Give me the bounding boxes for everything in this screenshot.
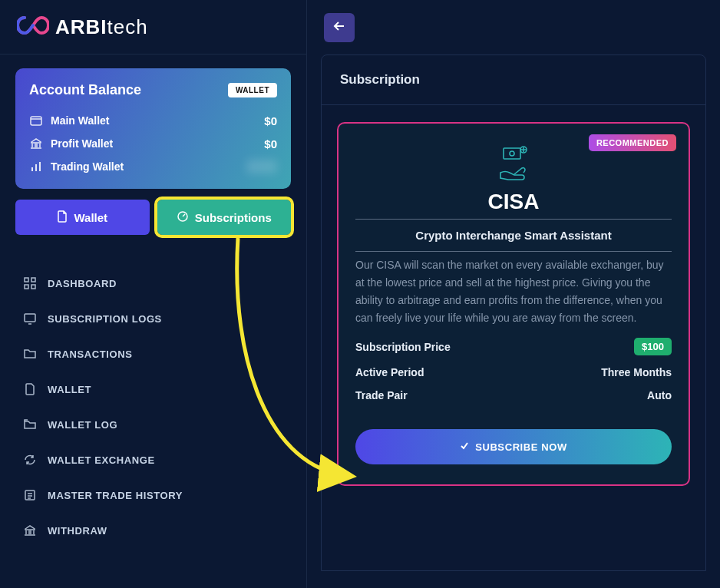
plan-price-row: Subscription Price $100 <box>355 338 672 355</box>
svg-rect-2 <box>25 278 28 282</box>
balance-row-profit: Profit Wallet $0 <box>29 132 277 155</box>
balance-title: Account Balance <box>29 82 141 98</box>
sidebar-item-master-trade-history[interactable]: MASTER TRADE HISTORY <box>15 477 291 513</box>
list-icon <box>23 488 37 502</box>
wallet-button[interactable]: Wallet <box>15 200 150 235</box>
folder-icon <box>23 347 37 361</box>
gauge-icon <box>177 210 189 225</box>
content-panel: Subscription RECOMMENDED CISA Crypto Int… <box>321 55 706 571</box>
wallet-button-label: Wallet <box>74 211 107 224</box>
wallet-badge: WALLET <box>228 83 277 97</box>
action-buttons: Wallet Subscriptions <box>15 200 291 235</box>
plan-period-value: Three Months <box>601 366 672 378</box>
sidebar-item-subscription-logs[interactable]: SUBSCRIPTION LOGS <box>15 301 291 336</box>
plan-subtitle: Crypto Interchange Smart Assistant <box>355 224 672 246</box>
plan-pair-row: Trade Pair Auto <box>355 389 672 401</box>
plan-description: Our CISA will scan the market on every a… <box>355 256 672 327</box>
svg-point-9 <box>510 151 514 156</box>
section-heading: Subscription <box>322 55 705 105</box>
nav-label: WALLET LOG <box>48 419 117 431</box>
refresh-icon <box>23 453 37 467</box>
balance-value-profit: $0 <box>264 137 277 150</box>
check-icon <box>460 441 469 453</box>
plan-price-value: $100 <box>634 338 672 355</box>
main-area: Subscription RECOMMENDED CISA Crypto Int… <box>307 0 720 588</box>
bank-icon <box>29 137 43 150</box>
subscriptions-button-label: Subscriptions <box>195 211 272 224</box>
svg-rect-0 <box>31 117 41 125</box>
sidebar: ARBItech Account Balance WALLET Main Wal… <box>0 0 307 588</box>
subscription-plan-card: RECOMMENDED CISA Crypto Interchange Smar… <box>337 122 690 486</box>
plan-period-row: Active Period Three Months <box>355 366 672 378</box>
balance-row-main: Main Wallet $0 <box>29 109 277 132</box>
sidebar-item-dashboard[interactable]: DASHBOARD <box>15 266 291 301</box>
sidebar-item-wallet[interactable]: WALLET <box>15 372 291 407</box>
balance-value-main: $0 <box>264 114 277 127</box>
topbar <box>307 0 720 55</box>
logo-area: ARBItech <box>0 0 306 55</box>
nav-menu: DASHBOARD SUBSCRIPTION LOGS TRANSACTIONS… <box>0 266 306 548</box>
sidebar-item-withdraw[interactable]: WITHDRAW <box>15 513 291 548</box>
balance-label-trading: Trading Wallet <box>51 160 124 173</box>
plan-name: CISA <box>355 190 672 214</box>
wallet-icon <box>29 114 43 127</box>
balance-label-main: Main Wallet <box>51 114 110 127</box>
svg-rect-5 <box>31 285 35 289</box>
balance-card: Account Balance WALLET Main Wallet $0 Pr… <box>15 68 291 189</box>
bars-icon <box>29 160 43 173</box>
nav-label: WITHDRAW <box>48 525 107 537</box>
svg-rect-4 <box>25 285 28 289</box>
subscribe-now-button[interactable]: SUBSCRIBE NOW <box>355 429 672 464</box>
plan-period-label: Active Period <box>355 366 424 378</box>
file-icon <box>23 382 37 396</box>
nav-label: DASHBOARD <box>48 278 117 289</box>
svg-rect-8 <box>504 148 520 159</box>
sidebar-item-wallet-log[interactable]: WALLET LOG <box>15 407 291 442</box>
svg-rect-6 <box>25 314 35 322</box>
nav-label: WALLET EXCHANGE <box>48 454 155 466</box>
balance-value-trading-blurred <box>246 160 277 173</box>
svg-rect-3 <box>31 278 35 282</box>
plan-pair-label: Trade Pair <box>355 389 408 401</box>
folder-open-icon <box>23 418 37 431</box>
arrow-left-icon <box>333 21 345 35</box>
back-button[interactable] <box>324 13 355 42</box>
grid-icon <box>23 276 37 290</box>
recommended-badge: RECOMMENDED <box>589 134 676 151</box>
nav-label: WALLET <box>48 384 91 395</box>
sidebar-item-transactions[interactable]: TRANSACTIONS <box>15 336 291 372</box>
plan-divider <box>355 219 672 220</box>
balance-label-profit: Profit Wallet <box>51 137 113 150</box>
balance-header: Account Balance WALLET <box>29 82 277 98</box>
plan-divider <box>355 251 672 252</box>
document-icon <box>57 210 68 225</box>
subscriptions-button[interactable]: Subscriptions <box>157 200 292 235</box>
nav-label: MASTER TRADE HISTORY <box>48 490 183 501</box>
plan-pair-value: Auto <box>647 389 672 401</box>
bank-icon <box>23 524 37 537</box>
screen-icon <box>23 312 37 325</box>
infinity-logo-icon <box>17 15 49 38</box>
sidebar-item-wallet-exchange[interactable]: WALLET EXCHANGE <box>15 442 291 477</box>
nav-label: TRANSACTIONS <box>48 349 132 360</box>
brand-name: ARBItech <box>55 15 148 39</box>
balance-row-trading: Trading Wallet <box>29 155 277 178</box>
subscribe-button-label: SUBSCRIBE NOW <box>475 441 567 453</box>
nav-label: SUBSCRIPTION LOGS <box>48 313 162 325</box>
plan-price-label: Subscription Price <box>355 341 451 353</box>
